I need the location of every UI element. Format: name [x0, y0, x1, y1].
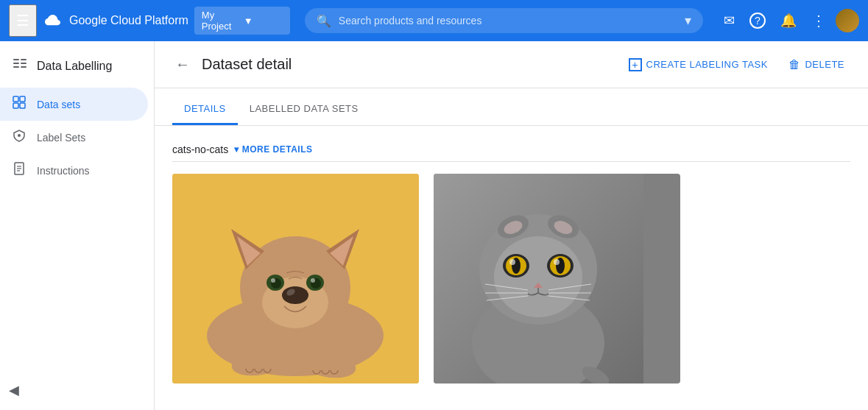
svg-point-10 — [18, 134, 21, 137]
search-input[interactable] — [339, 15, 677, 26]
sidebar-collapse-button[interactable]: ◀ — [9, 382, 19, 398]
create-labeling-task-button[interactable]: + CREATE LABELING TASK — [623, 54, 774, 76]
dataset-name-row: cats-no-cats ▾ MORE DETAILS — [172, 138, 850, 162]
expand-search-icon[interactable]: ▾ — [685, 13, 691, 29]
tabs-bar: DETAILS LABELLED DATA SETS — [155, 94, 868, 126]
header-actions: + CREATE LABELING TASK 🗑 DELETE — [623, 54, 850, 76]
more-details-button[interactable]: ▾ MORE DETAILS — [234, 144, 312, 155]
notifications-icon-button[interactable]: 🔔 — [775, 7, 802, 35]
sidebar-item-label-label-sets: Label Sets — [37, 132, 85, 144]
cat-image — [434, 174, 680, 384]
help-icon: ? — [749, 13, 766, 29]
sidebar-item-label-sets[interactable]: Label Sets — [0, 121, 148, 154]
tab-labelled-data-sets[interactable]: LABELLED DATA SETS — [238, 94, 370, 125]
svg-rect-3 — [21, 63, 27, 64]
app-title: Google Cloud Platform — [69, 14, 188, 27]
app-logo: Google Cloud Platform — [43, 10, 188, 31]
svg-rect-9 — [20, 103, 25, 108]
tab-details[interactable]: DETAILS — [172, 94, 238, 125]
hamburger-icon: ☰ — [16, 13, 29, 29]
avatar-image — [836, 9, 859, 32]
svg-rect-2 — [13, 63, 19, 64]
support-icon: ✉ — [724, 13, 735, 29]
content-header: ← Dataset detail + CREATE LABELING TASK … — [155, 41, 868, 88]
more-options-button[interactable]: ⋮ — [805, 6, 833, 35]
svg-rect-0 — [13, 59, 19, 60]
search-icon: 🔍 — [317, 14, 331, 28]
sidebar-item-label-instructions: Instructions — [37, 165, 90, 177]
dog-canvas — [172, 174, 419, 384]
create-labeling-task-label: CREATE LABELING TASK — [646, 59, 768, 70]
delete-icon: 🗑 — [788, 58, 801, 71]
create-task-icon: + — [629, 58, 642, 71]
bell-icon: 🔔 — [780, 13, 797, 29]
main-layout: Data Labelling Data sets Label Sets — [0, 41, 868, 410]
svg-rect-4 — [13, 66, 19, 68]
back-arrow-icon: ← — [175, 56, 190, 72]
support-icon-button[interactable]: ✉ — [718, 7, 741, 35]
page-title: Dataset detail — [202, 56, 292, 73]
dataset-name: cats-no-cats — [172, 144, 228, 155]
delete-button[interactable]: 🗑 DELETE — [783, 54, 850, 76]
sidebar-item-label-data-sets: Data sets — [37, 99, 80, 110]
hamburger-menu-button[interactable]: ☰ — [9, 4, 37, 37]
image-card-cat — [434, 174, 680, 384]
top-navigation: ☰ Google Cloud Platform My Project ▼ 🔍 ▾… — [0, 0, 868, 41]
delete-label: DELETE — [805, 59, 844, 70]
svg-rect-5 — [21, 66, 27, 68]
user-avatar[interactable] — [836, 9, 859, 32]
sidebar-item-instructions[interactable]: Instructions — [0, 154, 148, 187]
data-sets-icon — [12, 95, 27, 113]
sidebar-title: Data Labelling — [37, 60, 112, 73]
dataset-section: cats-no-cats ▾ MORE DETAILS — [155, 126, 868, 395]
tab-labelled-data-sets-label: LABELLED DATA SETS — [250, 103, 359, 114]
image-card-dog — [172, 174, 419, 384]
instructions-icon — [12, 161, 27, 180]
search-bar: 🔍 ▾ — [305, 8, 703, 33]
tab-details-label: DETAILS — [184, 103, 226, 114]
data-labelling-icon — [12, 56, 28, 76]
image-grid — [172, 174, 850, 384]
label-sets-icon — [12, 128, 27, 146]
main-content: ← Dataset detail + CREATE LABELING TASK … — [155, 41, 868, 410]
svg-rect-7 — [20, 96, 25, 102]
chevron-down-icon: ▾ — [234, 144, 239, 155]
cat-canvas — [434, 174, 643, 384]
svg-rect-6 — [13, 96, 18, 102]
svg-rect-8 — [13, 103, 18, 108]
help-icon-button[interactable]: ? — [744, 7, 772, 35]
more-details-label: MORE DETAILS — [242, 144, 313, 155]
svg-rect-1 — [21, 59, 27, 60]
dropdown-icon: ▼ — [244, 15, 283, 26]
nav-right-icons: ✉ ? 🔔 ⋮ — [718, 6, 859, 35]
collapse-icon: ◀ — [9, 383, 19, 397]
project-name: My Project — [202, 10, 241, 32]
more-icon: ⋮ — [811, 12, 827, 29]
back-button[interactable]: ← — [172, 53, 193, 76]
project-selector[interactable]: My Project ▼ — [194, 7, 290, 35]
sidebar-item-data-sets[interactable]: Data sets — [0, 88, 148, 121]
sidebar: Data Labelling Data sets Label Sets — [0, 41, 155, 410]
cloud-logo-icon — [43, 10, 63, 31]
dog-image — [172, 174, 419, 384]
sidebar-header: Data Labelling — [0, 47, 154, 88]
